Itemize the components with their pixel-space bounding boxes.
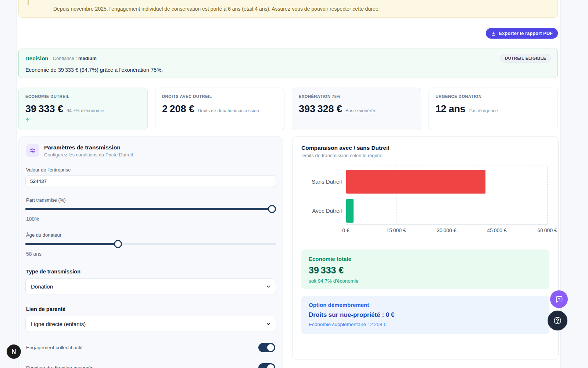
company-value-label: Valeur de l'entreprise — [26, 167, 276, 173]
sliders-icon — [26, 144, 39, 157]
trend-up-icon — [25, 117, 141, 124]
kinship-select[interactable]: Ligne directe (enfants) — [25, 316, 276, 332]
panel-subtitle: Configurez les conditions du Pacte Dutre… — [44, 152, 133, 158]
dismemberment-title: Option démembrement — [309, 302, 542, 308]
share-slider[interactable] — [25, 205, 276, 213]
comparison-panel: Comparaison avec / sans Dutreil Droits d… — [292, 136, 559, 360]
stat-card-value: 393 328 € — [299, 103, 342, 115]
management-function-toggle[interactable] — [258, 363, 275, 368]
axis-tick — [343, 211, 345, 211]
help-button[interactable] — [548, 311, 567, 330]
slider-fill — [25, 208, 276, 210]
decision-title: Decision — [25, 55, 49, 61]
bar-chart: Sans Dutreil Avec Dutreil 0 € 15 000 € 3… — [301, 166, 549, 238]
transmission-type-label: Type de transmission — [26, 269, 276, 275]
selected-value: Donation — [31, 283, 53, 290]
company-value-input[interactable] — [25, 175, 276, 187]
management-function-label: Fonction de direction assumée — [26, 365, 94, 368]
export-pdf-button[interactable]: Exporter le rapport PDF — [486, 28, 558, 39]
stat-card-sub: Droits de donation/succession — [198, 108, 259, 113]
collective-commitment-label: Engagement collectif actif — [26, 345, 83, 350]
x-tick-label: 15 000 € — [386, 227, 406, 233]
chart-subtitle: Droits de transmission selon le régime — [301, 153, 549, 158]
stat-card-value: 12 ans — [435, 103, 465, 115]
collective-commitment-toggle[interactable] — [258, 343, 275, 352]
warning-icon — [28, 0, 37, 5]
warning-text: Depuis novembre 2025, l'engagement indiv… — [53, 6, 380, 12]
transmission-type-select[interactable]: Donation — [25, 278, 276, 294]
x-tick-label: 30 000 € — [437, 227, 456, 233]
toggle-knob — [267, 364, 274, 368]
chart-category-sans-dutreil: Sans Dutreil — [301, 178, 342, 185]
nextjs-logo: N — [11, 348, 16, 355]
status-badge: DUTREIL ELIGIBLE — [500, 54, 551, 63]
stat-card-label: EXONÉRATION 75% — [299, 94, 414, 99]
age-slider-label: Âge du donateur — [26, 232, 276, 238]
chat-plus-icon — [555, 296, 563, 303]
nextjs-dev-badge[interactable]: N — [7, 344, 21, 359]
gridline — [547, 166, 548, 224]
dismemberment-option-box: Option démembrement Droits sur nue-propr… — [301, 296, 549, 334]
slider-thumb[interactable] — [114, 240, 122, 248]
x-tick-label: 60 000 € — [537, 227, 557, 233]
x-tick-label: 0 € — [342, 227, 349, 233]
x-tick-label: 45 000 € — [487, 227, 506, 233]
help-circle-icon — [553, 316, 562, 325]
confidence-value: medium — [78, 56, 97, 61]
chart-category-avec-dutreil: Avec Dutreil — [301, 208, 342, 214]
stat-card-sub: Base exonérée — [345, 108, 376, 113]
panel-title: Paramètres de transmission — [44, 144, 133, 151]
stat-card-sub: 94.7% d'économie — [67, 108, 104, 113]
stat-card-label: DROITS AVEC DUTREIL — [162, 94, 277, 99]
stat-card-value: 39 333 € — [25, 103, 63, 115]
conservation-warning-banner: Depuis novembre 2025, l'engagement indiv… — [18, 0, 558, 18]
confidence-text: Confiance : medium — [53, 56, 97, 61]
stat-card-value: 2 208 € — [162, 103, 194, 115]
transmission-parameters-panel: Paramètres de transmission Configurez le… — [18, 136, 283, 368]
age-slider-value: 58 ans — [26, 251, 276, 257]
stat-card-urgence-donation: URGENCE DONATION 12 ans Pas d'urgence — [429, 88, 558, 130]
x-axis-ticks: 0 € 15 000 € 30 000 € 45 000 € 60 000 € — [346, 166, 547, 238]
kinship-label: Lien de parenté — [26, 306, 276, 312]
stat-card-label: URGENCE DONATION — [435, 94, 551, 99]
slider-thumb[interactable] — [268, 205, 276, 213]
stat-card-sub: Pas d'urgence — [469, 108, 498, 113]
download-icon — [491, 31, 496, 36]
axis-tick — [343, 182, 345, 182]
share-slider-value: 100% — [26, 216, 276, 222]
decision-box: Decision Confiance : medium DUTREIL ELIG… — [18, 49, 558, 78]
stat-card-droits-avec-dutreil: DROITS AVEC DUTREIL 2 208 € Droits de do… — [155, 88, 284, 130]
decision-summary: Economie de 39 333 € (94.7%) grâce à l'e… — [25, 67, 551, 73]
age-slider[interactable] — [25, 240, 276, 248]
export-pdf-label: Exporter le rapport PDF — [499, 31, 553, 36]
economy-box-sub: soit 94.7% d'économie — [309, 278, 542, 284]
stat-card-economie-dutreil: ECONOMIE DUTREIL 39 333 € 94.7% d'économ… — [18, 88, 148, 130]
extra-economy-line: Economie supplémentaire : 2 208 € — [309, 322, 542, 327]
chart-title: Comparaison avec / sans Dutreil — [301, 145, 549, 151]
slider-fill — [25, 243, 117, 245]
selected-value: Ligne directe (enfants) — [31, 321, 86, 327]
feedback-chat-button[interactable] — [550, 290, 568, 308]
economy-box-value: 39 333 € — [309, 265, 542, 276]
stat-card-exoneration: EXONÉRATION 75% 393 328 € Base exonérée — [292, 88, 421, 130]
chevron-down-icon — [266, 284, 271, 289]
chevron-down-icon — [266, 321, 271, 327]
total-economy-box: Economie totale 39 333 € soit 94.7% d'éc… — [301, 250, 549, 289]
stat-cards-row: ECONOMIE DUTREIL 39 333 € 94.7% d'économ… — [18, 88, 558, 128]
economy-box-title: Economie totale — [309, 256, 542, 262]
toggle-knob — [267, 344, 274, 351]
stat-card-label: ECONOMIE DUTREIL — [25, 94, 141, 99]
bare-ownership-line: Droits sur nue-propriété : 0 € — [309, 311, 542, 319]
share-slider-label: Part transmise (%) — [26, 197, 276, 203]
